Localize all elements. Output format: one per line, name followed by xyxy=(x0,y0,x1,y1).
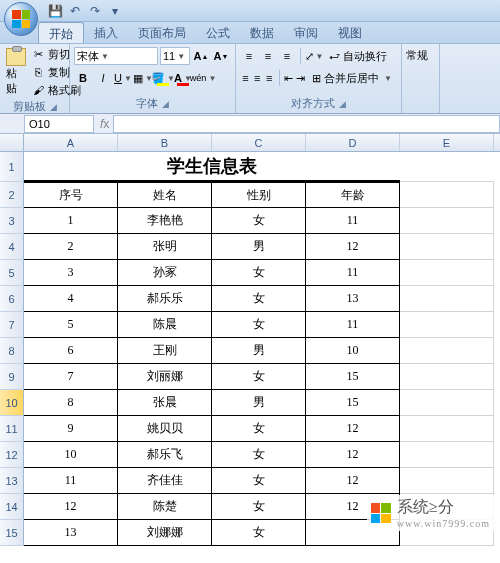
cell[interactable]: 女 xyxy=(212,468,306,494)
font-color-button[interactable]: A▼ xyxy=(174,69,192,87)
column-header[interactable]: E xyxy=(400,134,494,151)
phonetic-button[interactable]: wén▼ xyxy=(194,69,212,87)
cell[interactable]: 男 xyxy=(212,338,306,364)
cell[interactable]: 姚贝贝 xyxy=(118,416,212,442)
align-center-button[interactable]: ≡ xyxy=(252,69,263,87)
cell[interactable]: 12 xyxy=(24,494,118,520)
cell[interactable]: 4 xyxy=(24,286,118,312)
cell[interactable]: 13 xyxy=(306,286,400,312)
cell[interactable]: 1 xyxy=(24,208,118,234)
font-name-combo[interactable]: 宋体 ▼ xyxy=(74,47,158,65)
cell[interactable]: 张明 xyxy=(118,234,212,260)
row-header[interactable]: 13 xyxy=(0,468,24,494)
table-header-cell[interactable]: 序号 xyxy=(24,182,118,208)
save-icon[interactable]: 💾 xyxy=(48,4,62,18)
row-header[interactable]: 2 xyxy=(0,182,24,208)
wrap-text-button[interactable]: ⮐ 自动换行 xyxy=(324,47,392,65)
alignment-launcher-icon[interactable]: ◢ xyxy=(339,99,346,109)
row-header[interactable]: 15 xyxy=(0,520,24,546)
merge-center-button[interactable]: ⊞ 合并后居中 ▼ xyxy=(307,69,397,87)
cell[interactable]: 3 xyxy=(24,260,118,286)
cell[interactable] xyxy=(400,208,494,234)
cell[interactable]: 郝乐乐 xyxy=(118,286,212,312)
align-right-button[interactable]: ≡ xyxy=(264,69,275,87)
cell[interactable] xyxy=(400,260,494,286)
cell[interactable]: 女 xyxy=(212,312,306,338)
align-top-button[interactable]: ≡ xyxy=(240,47,258,65)
cell[interactable]: 12 xyxy=(306,468,400,494)
cell[interactable]: 张晨 xyxy=(118,390,212,416)
row-header[interactable]: 14 xyxy=(0,494,24,520)
cell[interactable] xyxy=(400,468,494,494)
italic-button[interactable]: I xyxy=(94,69,112,87)
formula-input[interactable] xyxy=(113,115,500,133)
cell[interactable]: 2 xyxy=(24,234,118,260)
cell[interactable]: 李艳艳 xyxy=(118,208,212,234)
cell[interactable]: 11 xyxy=(306,260,400,286)
grow-font-button[interactable]: A▲ xyxy=(192,47,210,65)
cell[interactable]: 刘娜娜 xyxy=(118,520,212,546)
cell[interactable]: 女 xyxy=(212,442,306,468)
column-header[interactable]: B xyxy=(118,134,212,151)
cell[interactable] xyxy=(400,390,494,416)
row-header[interactable]: 7 xyxy=(0,312,24,338)
tab-page-layout[interactable]: 页面布局 xyxy=(128,22,196,43)
cell[interactable]: 女 xyxy=(212,520,306,546)
cell[interactable]: 7 xyxy=(24,364,118,390)
cell[interactable]: 6 xyxy=(24,338,118,364)
row-header[interactable]: 12 xyxy=(0,442,24,468)
row-header[interactable]: 8 xyxy=(0,338,24,364)
cell[interactable]: 8 xyxy=(24,390,118,416)
align-middle-button[interactable]: ≡ xyxy=(259,47,277,65)
align-left-button[interactable]: ≡ xyxy=(240,69,251,87)
office-button[interactable] xyxy=(4,2,38,36)
cell[interactable]: 女 xyxy=(212,494,306,520)
cell[interactable]: 女 xyxy=(212,364,306,390)
tab-home[interactable]: 开始 xyxy=(38,22,84,43)
cell[interactable]: 10 xyxy=(306,338,400,364)
column-header[interactable]: A xyxy=(24,134,118,151)
tab-review[interactable]: 审阅 xyxy=(284,22,328,43)
font-size-combo[interactable]: 11 ▼ xyxy=(160,47,190,65)
cell[interactable]: 12 xyxy=(306,442,400,468)
clipboard-launcher-icon[interactable]: ◢ xyxy=(50,102,57,112)
cell[interactable]: 11 xyxy=(24,468,118,494)
cell[interactable]: 12 xyxy=(306,234,400,260)
cell[interactable]: 5 xyxy=(24,312,118,338)
decrease-indent-button[interactable]: ⇤ xyxy=(283,69,294,87)
cell[interactable]: 10 xyxy=(24,442,118,468)
name-box[interactable]: O10 xyxy=(24,115,94,133)
cell[interactable]: 女 xyxy=(212,416,306,442)
underline-button[interactable]: U▼ xyxy=(114,69,132,87)
cell[interactable] xyxy=(400,442,494,468)
table-title[interactable]: 学生信息表 xyxy=(24,152,400,182)
table-header-cell[interactable]: 性别 xyxy=(212,182,306,208)
cell[interactable] xyxy=(400,152,494,182)
undo-icon[interactable]: ↶ xyxy=(68,4,82,18)
cell[interactable] xyxy=(400,312,494,338)
cell[interactable] xyxy=(400,416,494,442)
fx-icon[interactable]: fx xyxy=(100,117,109,131)
cell[interactable]: 女 xyxy=(212,286,306,312)
cell[interactable]: 齐佳佳 xyxy=(118,468,212,494)
bold-button[interactable]: B xyxy=(74,69,92,87)
row-header[interactable]: 1 xyxy=(0,152,24,182)
row-header[interactable]: 9 xyxy=(0,364,24,390)
column-header[interactable]: D xyxy=(306,134,400,151)
orientation-button[interactable]: ⤢▼ xyxy=(305,47,323,65)
table-header-cell[interactable]: 年龄 xyxy=(306,182,400,208)
border-button[interactable]: ▦▼ xyxy=(134,69,152,87)
qat-more-icon[interactable]: ▾ xyxy=(108,4,122,18)
paste-button[interactable]: 粘贴 xyxy=(4,46,28,98)
cell[interactable]: 陈楚 xyxy=(118,494,212,520)
column-header[interactable]: C xyxy=(212,134,306,151)
cell[interactable]: 男 xyxy=(212,234,306,260)
cell[interactable]: 15 xyxy=(306,364,400,390)
cell[interactable] xyxy=(400,182,494,208)
row-header[interactable]: 11 xyxy=(0,416,24,442)
align-bottom-button[interactable]: ≡ xyxy=(278,47,296,65)
cell[interactable]: 女 xyxy=(212,260,306,286)
increase-indent-button[interactable]: ⇥ xyxy=(295,69,306,87)
row-header[interactable]: 10 xyxy=(0,390,24,416)
cell[interactable] xyxy=(400,338,494,364)
